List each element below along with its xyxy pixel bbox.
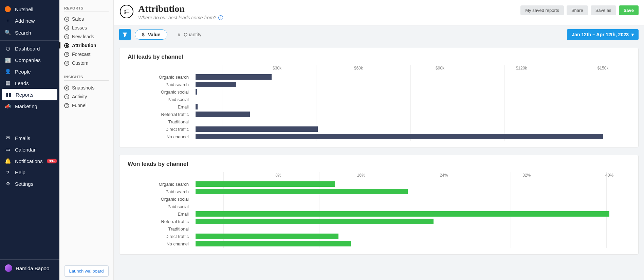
save-as-button[interactable]: Save as (591, 5, 616, 15)
bar[interactable] (196, 112, 250, 117)
report-content: All leads by channel$30k$60k$90k$120k$15… (114, 44, 644, 280)
activity-icon: ∿ (64, 94, 69, 99)
user-name: Hamida Bapoo (16, 265, 49, 271)
my-saved-reports-button[interactable]: My saved reports (520, 5, 564, 15)
bar[interactable] (196, 126, 318, 132)
bar-area (196, 82, 630, 87)
search-icon: 🔍 (5, 29, 11, 36)
nav-item-label: Reports (16, 92, 34, 98)
bar-area (196, 204, 630, 209)
bar[interactable] (196, 74, 272, 80)
tag-icon: 🏷 (120, 5, 133, 18)
panel-item-custom[interactable]: ⊞ Custom (64, 59, 109, 67)
axis-tick-label: 16% (357, 173, 365, 178)
chart-area: $30k$60k$90k$120k$150kOrganic searchPaid… (128, 66, 630, 140)
help-icon: ? (5, 169, 11, 175)
save-button[interactable]: Save (619, 5, 639, 15)
panel-item-snapshots[interactable]: ◐ Snapshots (64, 83, 109, 92)
bar[interactable] (196, 219, 434, 224)
nav-divider (0, 40, 59, 41)
bar-row: Email (196, 103, 630, 111)
panel-item-sales[interactable]: ★ Sales (64, 15, 109, 23)
panel-item-attribution[interactable]: ◉ Attribution (64, 41, 109, 50)
filter-button[interactable] (119, 29, 131, 40)
bar-area (196, 226, 630, 232)
chart-icon: ▮▮ (5, 92, 12, 98)
bar-area (196, 112, 630, 117)
mail-icon: ✉ (5, 135, 11, 141)
bar-area (196, 219, 630, 224)
bar-area (196, 234, 630, 239)
nav-leads[interactable]: ▦ Leads (0, 77, 59, 89)
panel-item-funnel[interactable]: ▽ Funnel (64, 101, 109, 110)
bar[interactable] (196, 134, 603, 139)
launch-label: Launch wallboard (69, 268, 104, 274)
nav-dashboard[interactable]: ◷ Dashboard (0, 43, 59, 54)
main-area: 🏷 Attribution Where do our best leads co… (114, 0, 644, 280)
axis-tick-label: $60k (354, 66, 363, 71)
bar[interactable] (196, 211, 609, 217)
bar-row: Direct traffic (196, 233, 630, 240)
axis-tick-label: 40% (605, 173, 613, 178)
nav-calendar[interactable]: ▭ Calendar (0, 144, 59, 155)
search-button[interactable]: 🔍 Search (0, 27, 59, 38)
notifications-badge: 99+ (47, 159, 57, 163)
slash-circle-icon: ⊘ (64, 25, 69, 31)
bar-label: No channel (128, 241, 192, 246)
gear-icon: ⚙ (5, 181, 11, 187)
bar[interactable] (196, 189, 408, 194)
panel-item-forecast[interactable]: ⊖ Forecast (64, 50, 109, 59)
nav-item-label: Emails (15, 135, 30, 141)
nav-item-label: Marketing (15, 103, 37, 109)
axis-tick-label: 32% (522, 173, 531, 178)
value-toggle[interactable]: $ Value (135, 29, 167, 40)
dash-circle-icon: ⊖ (64, 52, 69, 57)
nav-emails[interactable]: ✉ Emails (0, 132, 59, 144)
add-new-button[interactable]: ＋ Add new (0, 15, 59, 27)
chart-title: Won leads by channel (128, 161, 630, 167)
bar[interactable] (196, 241, 351, 246)
bar-row: Paid social (196, 203, 630, 210)
nav-item-label: Help (15, 169, 25, 175)
nav-notifications[interactable]: 🔔 Notifications 99+ (0, 155, 59, 167)
axis-ticks: 8%16%24%32%40% (196, 173, 630, 180)
panel-item-label: Losses (72, 25, 87, 31)
bar-label: Traditional (128, 119, 192, 124)
nav-marketing[interactable]: 📣 Marketing (0, 100, 59, 112)
bar-row: Organic search (196, 73, 630, 81)
nav-people[interactable]: 👤 People (0, 66, 59, 77)
brand[interactable]: Nutshell (0, 3, 59, 15)
bar-row: Referral traffic (196, 111, 630, 118)
bar-label: Paid social (128, 204, 192, 209)
nav-help[interactable]: ? Help (0, 167, 59, 178)
panel-item-newleads[interactable]: ◎ New leads (64, 32, 109, 41)
nav-settings[interactable]: ⚙ Settings (0, 178, 59, 189)
bar-row: Referral traffic (196, 218, 630, 225)
nav-reports[interactable]: ▮▮ Reports (2, 89, 57, 100)
chart-title: All leads by channel (128, 54, 630, 60)
bar[interactable] (196, 181, 335, 187)
bar[interactable] (196, 234, 338, 239)
panel-item-label: Activity (72, 94, 87, 99)
nav-user[interactable]: Hamida Bapoo (0, 259, 59, 277)
person-icon: 👤 (5, 68, 11, 75)
bar-label: Organic social (128, 197, 192, 202)
date-range-button[interactable]: Jan 12th – Apr 12th, 2023 ▾ (567, 29, 639, 40)
hash-icon: # (178, 32, 180, 37)
nav-companies[interactable]: 🏢 Companies (0, 54, 59, 66)
bar[interactable] (196, 104, 198, 109)
grid-circle-icon: ⊞ (64, 61, 69, 66)
reports-panel: REPORTS ★ Sales ⊘ Losses ◎ New leads ◉ A… (59, 0, 114, 280)
date-range-label: Jan 12th – Apr 12th, 2023 (572, 32, 629, 37)
bar[interactable] (196, 89, 197, 95)
bar-row: Traditional (196, 225, 630, 233)
bar-label: Organic search (128, 182, 192, 187)
launch-wallboard-button[interactable]: Launch wallboard (64, 265, 109, 277)
share-button[interactable]: Share (567, 5, 588, 15)
quantity-toggle[interactable]: # Quantity (171, 30, 208, 39)
panel-item-losses[interactable]: ⊘ Losses (64, 23, 109, 32)
panel-item-activity[interactable]: ∿ Activity (64, 92, 109, 101)
info-icon[interactable]: i (218, 15, 223, 20)
bar[interactable] (196, 82, 236, 87)
bar-row: Paid social (196, 96, 630, 103)
